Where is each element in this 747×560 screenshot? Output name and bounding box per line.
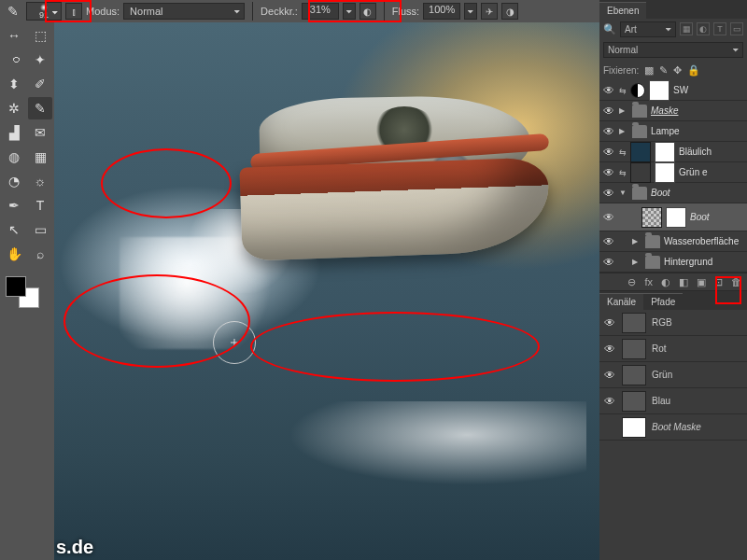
visibility-icon[interactable]: 👁 xyxy=(602,256,615,269)
tool-dodge[interactable]: ☼ xyxy=(28,170,52,192)
layers-list: 👁⇆SW👁▶Maske👁▶Lampe👁⇆Bläulich👁⇆Grün e👁▼Bo… xyxy=(599,80,747,273)
tool-move[interactable]: ↔ xyxy=(2,24,26,47)
layer-footer-btn-6[interactable]: 🗑 xyxy=(731,276,741,287)
divider xyxy=(252,2,253,21)
filter-shape-icon[interactable]: ▭ xyxy=(730,22,743,35)
layer-footer-btn-3[interactable]: ◧ xyxy=(679,276,688,288)
tool-crop[interactable]: ⬍ xyxy=(2,73,26,95)
visibility-icon[interactable]: 👁 xyxy=(602,187,615,200)
layer-thumb[interactable] xyxy=(641,207,662,228)
visibility-icon[interactable]: 👁 xyxy=(603,395,616,408)
visibility-icon[interactable]: 👁 xyxy=(602,105,615,118)
channel-row[interactable]: 👁Grün xyxy=(599,362,747,388)
layer-footer-btn-0[interactable]: ⊖ xyxy=(627,276,636,288)
tool-gradient[interactable]: ▦ xyxy=(28,146,52,168)
channel-row[interactable]: Boot Maske xyxy=(599,414,747,441)
layer-filter-select[interactable]: Art xyxy=(620,21,676,37)
layer-footer-btn-5[interactable]: ⊡ xyxy=(714,276,723,288)
tool-path-select[interactable]: ↖ xyxy=(2,218,26,241)
visibility-icon[interactable]: 👁 xyxy=(602,125,615,138)
visibility-icon[interactable] xyxy=(603,421,616,434)
visibility-icon[interactable]: 👁 xyxy=(602,166,615,179)
link-icon[interactable]: ⇆ xyxy=(619,168,627,177)
tool-hand[interactable]: ✋ xyxy=(2,243,26,265)
tab-ebenen[interactable]: Ebenen xyxy=(599,2,646,19)
layer-row[interactable]: 👁▶Lampe xyxy=(599,121,747,142)
opacity-dropdown[interactable]: ⏷ xyxy=(343,3,356,20)
visibility-icon[interactable]: 👁 xyxy=(602,235,615,248)
link-icon[interactable]: ⇆ xyxy=(619,147,627,157)
pressure-opacity-icon[interactable]: ◐ xyxy=(359,3,376,20)
tool-text[interactable]: T xyxy=(28,194,52,217)
disclosure-icon[interactable]: ▶ xyxy=(619,127,628,135)
lock-all-icon[interactable]: 🔒 xyxy=(687,64,700,77)
layer-row[interactable]: 👁▶Maske xyxy=(599,101,747,121)
visibility-icon[interactable]: 👁 xyxy=(602,84,615,97)
layer-row[interactable]: 👁⇆Grün e xyxy=(599,162,747,183)
tool-blur[interactable]: ◔ xyxy=(2,170,26,192)
lock-pixels-icon[interactable]: ✎ xyxy=(659,64,668,77)
filter-type-icon[interactable]: T xyxy=(713,22,726,35)
tool-magic-wand[interactable]: ✦ xyxy=(28,49,52,71)
lock-transparency-icon[interactable]: ▩ xyxy=(644,64,654,77)
layer-row[interactable]: 👁⇆Bläulich xyxy=(599,142,747,162)
layer-mask-thumb[interactable] xyxy=(649,80,669,101)
visibility-icon[interactable]: 👁 xyxy=(602,211,615,224)
tool-shape[interactable]: ▭ xyxy=(28,218,52,241)
visibility-icon[interactable]: 👁 xyxy=(603,343,616,356)
channel-row[interactable]: 👁Blau xyxy=(599,388,747,414)
tool-eraser[interactable]: ◍ xyxy=(2,146,26,168)
disclosure-icon[interactable]: ▶ xyxy=(632,237,641,245)
disclosure-icon[interactable]: ▼ xyxy=(619,189,628,197)
disclosure-icon[interactable]: ▶ xyxy=(632,258,641,266)
layer-row[interactable]: 👁Boot xyxy=(599,203,747,231)
tab-pfade[interactable]: Pfade xyxy=(643,293,683,310)
foreground-swatch[interactable] xyxy=(6,276,26,297)
tool-eyedropper[interactable]: ✐ xyxy=(28,73,52,95)
link-icon[interactable]: ⇆ xyxy=(619,86,627,95)
layer-thumb[interactable] xyxy=(630,162,651,183)
layer-footer-btn-1[interactable]: fx xyxy=(644,276,653,287)
visibility-icon[interactable]: 👁 xyxy=(602,146,615,159)
layer-mask-thumb[interactable] xyxy=(655,162,675,183)
channel-name: RGB xyxy=(652,317,743,328)
color-swatch[interactable] xyxy=(2,271,52,308)
tool-stamp[interactable]: ▟ xyxy=(2,121,26,144)
opacity-input[interactable]: 31% xyxy=(302,3,339,20)
layer-mask-thumb[interactable] xyxy=(655,142,675,162)
layer-row[interactable]: 👁▶Wasseroberfläche xyxy=(599,231,747,252)
pressure-size-icon[interactable]: ◑ xyxy=(501,3,518,20)
brush-panel-toggle[interactable]: ⫿ xyxy=(65,3,82,20)
filter-pixel-icon[interactable]: ▦ xyxy=(680,22,693,35)
layer-row[interactable]: 👁⇆SW xyxy=(599,80,747,101)
brush-preset-picker[interactable]: 91 ⏷ xyxy=(26,2,62,21)
layer-name: Boot xyxy=(651,188,744,198)
tool-history-brush[interactable]: ✉ xyxy=(28,121,52,144)
tool-brush[interactable]: ✎ xyxy=(28,97,52,119)
tab-kanaele[interactable]: Kanäle xyxy=(599,293,643,310)
tool-marquee[interactable]: ⬚ xyxy=(28,24,52,47)
channel-row[interactable]: 👁Rot xyxy=(599,336,747,362)
flow-input[interactable]: 100% xyxy=(423,3,460,20)
filter-adj-icon[interactable]: ◐ xyxy=(697,22,710,35)
layer-mask-thumb[interactable] xyxy=(666,207,686,228)
airbrush-icon[interactable]: ✈ xyxy=(481,3,498,20)
blend-mode-select[interactable]: Normal xyxy=(123,3,245,20)
canvas[interactable]: s.de xyxy=(54,22,599,560)
disclosure-icon[interactable]: ▶ xyxy=(619,106,628,115)
lock-position-icon[interactable]: ✥ xyxy=(673,64,682,77)
layer-blend-select[interactable]: Normal xyxy=(603,42,743,58)
tool-lasso[interactable]: ဝ xyxy=(2,49,26,71)
layer-row[interactable]: 👁▼Boot xyxy=(599,183,747,203)
layer-footer-btn-4[interactable]: ▣ xyxy=(697,276,706,288)
tool-pen[interactable]: ✒ xyxy=(2,194,26,217)
visibility-icon[interactable]: 👁 xyxy=(603,316,616,329)
layer-thumb[interactable] xyxy=(630,142,651,162)
layer-row[interactable]: 👁▶Hintergrund xyxy=(599,252,747,273)
tool-zoom[interactable]: ⌕ xyxy=(28,243,52,265)
channel-row[interactable]: 👁RGB xyxy=(599,310,747,336)
visibility-icon[interactable]: 👁 xyxy=(603,369,616,382)
layer-footer-btn-2[interactable]: ◐ xyxy=(661,276,670,288)
flow-dropdown[interactable]: ⏷ xyxy=(464,3,477,20)
tool-healing[interactable]: ✲ xyxy=(2,97,26,119)
